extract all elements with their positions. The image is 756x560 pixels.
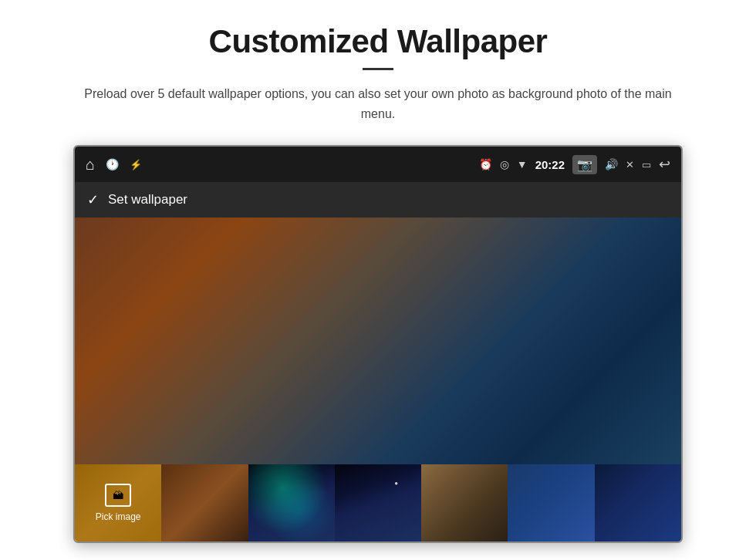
window-icon[interactable]: ▭ <box>642 159 651 170</box>
wallpaper-preview <box>75 218 681 464</box>
pick-image-label: Pick image <box>96 511 141 522</box>
close-icon[interactable]: ✕ <box>626 159 634 170</box>
back-icon[interactable]: ↩ <box>659 156 670 173</box>
home-icon[interactable]: ⌂ <box>86 156 95 174</box>
status-bar-left: ⌂ 🕐 ⚡ <box>86 156 142 174</box>
status-time: 20:22 <box>535 158 565 171</box>
page-title: Customized Wallpaper <box>77 23 679 60</box>
wallpaper-thumb-4[interactable] <box>421 464 508 541</box>
usb-icon: ⚡ <box>130 159 142 170</box>
page-subtitle: Preload over 5 default wallpaper options… <box>77 84 679 123</box>
status-bar-right: ⏰ ◎ ▼ 20:22 📷 🔊 ✕ ▭ ↩ <box>479 155 670 174</box>
volume-icon[interactable]: 🔊 <box>605 158 618 170</box>
action-bar: ✓ Set wallpaper <box>75 182 681 218</box>
camera-icon[interactable]: 📷 <box>572 155 597 174</box>
thumbnail-strip: Pick image <box>75 464 681 541</box>
wallpaper-thumb-5[interactable] <box>508 464 594 541</box>
wifi-signal-icon: ▼ <box>517 158 528 170</box>
wallpaper-thumb-1[interactable] <box>161 464 248 541</box>
alarm-icon: ⏰ <box>479 158 492 170</box>
clock-icon: 🕐 <box>106 158 119 170</box>
location-icon: ◎ <box>500 158 509 170</box>
pick-image-button[interactable]: Pick image <box>75 464 161 541</box>
title-divider <box>363 68 393 70</box>
wallpaper-thumb-6[interactable] <box>595 464 681 541</box>
page-wrapper: Customized Wallpaper Preload over 5 defa… <box>0 0 756 560</box>
status-bar: ⌂ 🕐 ⚡ ⏰ ◎ ▼ 20:22 📷 🔊 ✕ ▭ ↩ <box>75 147 681 182</box>
action-bar-title: Set wallpaper <box>108 192 187 207</box>
wallpaper-thumb-3[interactable] <box>335 464 421 541</box>
title-section: Customized Wallpaper Preload over 5 defa… <box>77 23 679 123</box>
wallpaper-thumb-2[interactable] <box>248 464 335 541</box>
checkmark-icon[interactable]: ✓ <box>87 191 99 208</box>
pick-image-icon <box>105 484 131 507</box>
device-mockup: ⌂ 🕐 ⚡ ⏰ ◎ ▼ 20:22 📷 🔊 ✕ ▭ ↩ ✓ Set wallpa… <box>73 145 683 543</box>
